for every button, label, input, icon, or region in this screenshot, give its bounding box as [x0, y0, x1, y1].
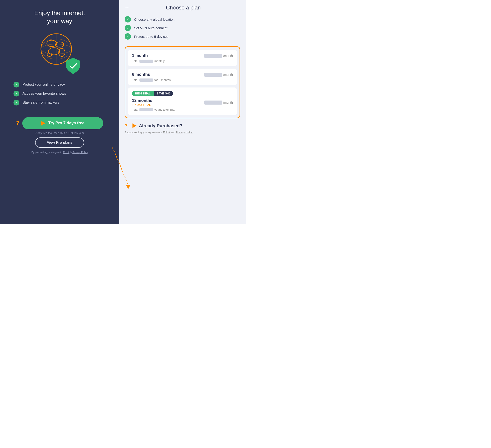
right-feature-2: ✓ Set VPN auto-connect — [125, 25, 240, 31]
main-title: Enjoy the internet, your way — [34, 9, 85, 25]
plan-12-name: 12 months — [132, 98, 152, 103]
plan-12-months[interactable]: BEST DEAL SAVE 40% 12 months + 7-DAY TRI… — [128, 87, 237, 115]
already-purchased-section[interactable]: ? Already Purchased? — [125, 123, 240, 129]
cta-section: ? Try Pro 7 days free 7-day free trial, … — [4, 117, 115, 154]
total-blurred-1 — [140, 60, 153, 63]
play-icon — [41, 121, 46, 126]
try-pro-button[interactable]: Try Pro 7 days free — [22, 117, 103, 129]
check-icon-2: ✓ — [13, 91, 19, 96]
right-panel: ← Choose a plan ✓ Choose any global loca… — [119, 0, 246, 224]
plan-1-month[interactable]: 1 month /month Total monthly — [128, 50, 237, 66]
check-icon-1: ✓ — [13, 82, 19, 87]
already-play-icon — [132, 123, 137, 128]
right-check-1: ✓ — [125, 16, 131, 22]
price-unit-12: /month — [223, 101, 233, 104]
right-features-list: ✓ Choose any global location ✓ Set VPN a… — [125, 16, 240, 42]
plan-6-price: /month — [204, 73, 233, 77]
price-unit-6: /month — [223, 73, 233, 76]
feature-item-3: ✓ Stay safe from hackers — [13, 100, 106, 105]
feature-item-1: ✓ Protect your online privacy — [13, 82, 106, 87]
plan-1-total: Total monthly — [132, 59, 233, 63]
plan-12-total: Total yearly after Trial — [132, 108, 233, 111]
plan-6-months[interactable]: 6 months /month Total for 6 months — [128, 69, 237, 85]
right-privacy-link[interactable]: Privacy policy. — [176, 131, 193, 134]
plan-6-name: 6 months — [132, 72, 150, 77]
eula-link[interactable]: EULA — [63, 151, 69, 154]
right-title: Choose a plan — [133, 4, 234, 11]
right-eula-link[interactable]: EULA — [163, 131, 170, 134]
trial-text: 7-day free trial, then CZK 1,199.99 / ye… — [35, 131, 84, 135]
price-blurred-12 — [204, 101, 222, 105]
shield-icon — [64, 57, 82, 75]
price-unit-1: /month — [223, 54, 233, 57]
plan-12-price: /month — [204, 101, 233, 105]
legal-text: By proceeding, you agree to EULA & Priva… — [31, 151, 88, 154]
already-purchased-label: Already Purchased? — [139, 123, 182, 128]
globe-illustration — [37, 32, 82, 75]
menu-dots-icon[interactable]: ⋮ — [110, 4, 115, 10]
plans-container: 1 month /month Total monthly 6 months — [125, 46, 240, 118]
bottom-legal: By proceeding you agree to our EULA and … — [125, 131, 240, 134]
view-plans-button[interactable]: View Pro plans — [35, 137, 84, 148]
already-question-icon: ? — [125, 123, 128, 129]
left-panel: ⋮ Enjoy the internet, your way — [0, 0, 119, 224]
back-button[interactable]: ← — [125, 5, 130, 10]
check-icon-3: ✓ — [13, 100, 19, 105]
plan-6-total: Total for 6 months — [132, 78, 233, 82]
price-blurred-1 — [204, 54, 222, 58]
trial-badge: + 7-DAY TRIAL — [132, 103, 152, 107]
total-blurred-12 — [140, 108, 153, 111]
plan-1-name: 1 month — [132, 53, 148, 58]
privacy-link[interactable]: Privacy Policy — [72, 151, 88, 154]
question-icon[interactable]: ? — [16, 120, 19, 127]
total-blurred-6 — [140, 78, 153, 82]
best-deal-badges: BEST DEAL SAVE 40% — [132, 91, 233, 96]
price-blurred-6 — [204, 73, 222, 77]
right-check-3: ✓ — [125, 33, 131, 40]
right-header: ← Choose a plan — [125, 4, 240, 11]
plan-1-price: /month — [204, 54, 233, 58]
feature-item-2: ✓ Access your favorite shows — [13, 91, 106, 96]
features-list: ✓ Protect your online privacy ✓ Access y… — [4, 82, 115, 109]
right-feature-3: ✓ Protect up to 5 devices — [125, 33, 240, 40]
save-badge: SAVE 40% — [154, 91, 173, 96]
best-deal-badge: BEST DEAL — [132, 91, 154, 96]
right-feature-1: ✓ Choose any global location — [125, 16, 240, 22]
svg-point-1 — [47, 40, 57, 47]
right-check-2: ✓ — [125, 25, 131, 31]
